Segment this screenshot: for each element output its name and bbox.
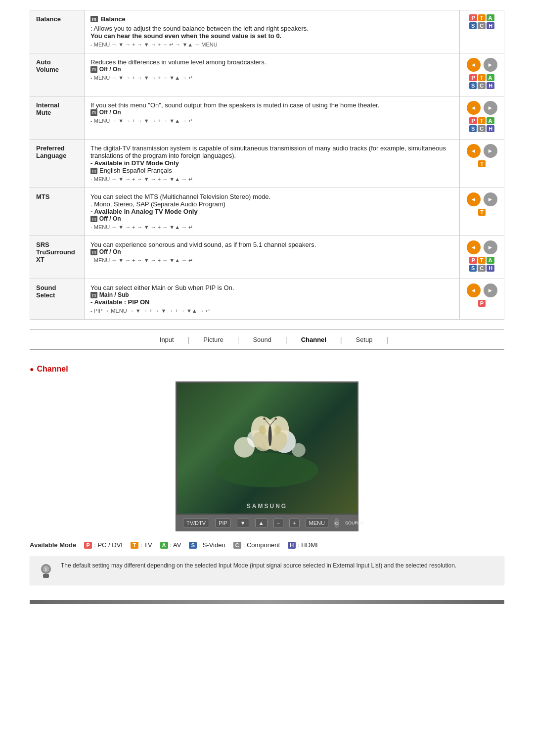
note-svg: i: [37, 562, 55, 580]
srs-menu: - MENU → ▼ → + → ▼ → + → ▼▲ → ↵: [90, 257, 453, 264]
label-preferred-language: PreferredLanguage: [30, 140, 85, 188]
tv-btn-pip[interactable]: PIP: [215, 519, 231, 527]
badge-P: P: [469, 14, 477, 21]
icon-pair-ss: ◄ ►: [466, 283, 498, 298]
badge-P-srs: P: [469, 257, 477, 264]
icon-left-pl: ◄: [467, 144, 481, 158]
icon-pair-mts: ◄ ►: [466, 192, 498, 207]
balance-desc1: : Allows you to adjust the sound balance…: [90, 25, 453, 32]
mode-badge-A: A: [160, 542, 168, 549]
badge-T-mts: T: [478, 209, 486, 216]
label-auto-volume: AutoVolume: [30, 53, 85, 96]
feature-table: Balance m Balance : Allows you to adjust…: [30, 10, 504, 320]
badge-C: C: [478, 22, 486, 29]
mode-desc-S: : S-Video: [199, 541, 225, 549]
pl-langs: m English Español Français: [90, 167, 453, 174]
badge-T-srs: T: [478, 257, 486, 264]
tv-btn-plus[interactable]: +: [289, 519, 299, 527]
mode-item-S: S : S-Video: [189, 541, 225, 549]
badge-A: A: [487, 14, 494, 21]
svg-point-0: [216, 453, 318, 487]
tv-btn-down[interactable]: ▼: [237, 519, 249, 527]
icon-right-srs: ►: [484, 240, 497, 254]
ss-sub: m Main / Sub: [90, 291, 453, 298]
icon-right-ss: ►: [484, 284, 497, 297]
table-row-preferred-language: PreferredLanguage The digital-TV transmi…: [30, 140, 504, 188]
icon-pair-auto-volume: ◄ ►: [466, 57, 498, 72]
note-icon: i: [37, 562, 55, 580]
badge-S-av: S: [469, 82, 477, 89]
tv-btn-minus[interactable]: −: [273, 519, 283, 527]
badge-H-srs: H: [487, 265, 494, 272]
badge-cell-balance: P T A S C H: [460, 10, 504, 53]
icon-left-ss: ◄: [467, 284, 481, 297]
badge-T: T: [478, 14, 486, 21]
badges-internal-mute: P T A S C H: [466, 117, 498, 132]
mts-menu: - MENU → ▼ → + → ▼ → + → ▼▲ → ↵: [90, 224, 453, 231]
badge-cell-mts: ◄ ► T: [460, 188, 504, 236]
tv-container: SAMSUNG TV/DTV PIP ▼ ▲ − + MENU ⊙ SOURCE: [30, 381, 504, 531]
auto-volume-offon: m Off / On: [90, 66, 453, 73]
icon-right-mts: ►: [484, 192, 497, 206]
desc-preferred-language: The digital-TV transmission system is ca…: [85, 140, 460, 188]
badge-cell-internal-mute: ◄ ► P T A S C H: [460, 96, 504, 140]
tv-screen: SAMSUNG: [176, 381, 358, 515]
tv-btn-menu[interactable]: MENU: [306, 519, 328, 527]
tv-btn-up[interactable]: ▲: [255, 519, 267, 527]
mts-main: You can select the MTS (Multichannel Tel…: [90, 193, 453, 208]
mts-bold: - Available in Analog TV Mode Only: [90, 208, 453, 215]
icon-right-im: ►: [484, 101, 497, 115]
mode-label: Available Mode: [30, 541, 76, 549]
badge-H-im: H: [487, 125, 494, 132]
tv-btn-source[interactable]: ⊙: [334, 518, 339, 528]
icon-pair-pl: ◄ ►: [466, 143, 498, 158]
table-row-internal-mute: InternalMute If you set this menu "On", …: [30, 96, 504, 140]
tv-source-label: SOURCE: [345, 520, 364, 525]
internal-mute-offon: m Off / On: [90, 109, 453, 116]
nav-picture[interactable]: Picture: [189, 334, 237, 345]
channel-section: Channel: [30, 365, 504, 585]
table-row-srs: SRSTruSurroundXT You can experience sono…: [30, 236, 504, 279]
badge-cell-pl: ◄ ► T: [460, 140, 504, 188]
label-internal-mute: InternalMute: [30, 96, 85, 140]
mode-desc-A: : AV: [170, 541, 181, 549]
mode-item-H: H : HDMI: [288, 541, 317, 549]
srs-offon: m Off / On: [90, 248, 453, 255]
available-mode: Available Mode P : PC / DVI T : TV A : A…: [30, 541, 504, 549]
badge-T-im: T: [478, 117, 486, 124]
desc-mts: You can select the MTS (Multichannel Tel…: [85, 188, 460, 236]
table-row-sound-select: SoundSelect You can select either Main o…: [30, 279, 504, 320]
table-row-balance: Balance m Balance : Allows you to adjust…: [30, 10, 504, 53]
tv-bezel: TV/DTV PIP ▼ ▲ − + MENU ⊙ SOURCE: [176, 515, 358, 531]
desc-auto-volume: Reduces the differences in volume level …: [85, 53, 460, 96]
pl-menu: - MENU → ▼ → + → ▼ → + → ▼▲ → ↵: [90, 176, 453, 183]
icon-pair-srs: ◄ ►: [466, 240, 498, 255]
auto-volume-menu: - MENU → ▼ → + → ▼ → + → ▼▲ → ↵: [90, 75, 453, 81]
icon-left-srs: ◄: [467, 240, 481, 254]
pl-main: The digital-TV transmission system is ca…: [90, 144, 453, 159]
icon-left-im: ◄: [467, 101, 481, 115]
channel-title-text: Channel: [37, 365, 68, 374]
desc-internal-mute: If you set this menu "On", sound output …: [85, 96, 460, 140]
badge-H-av: H: [487, 82, 494, 89]
mode-item-C: C : Component: [233, 541, 280, 549]
svg-point-9: [268, 425, 271, 446]
note-text: The default setting may different depend…: [61, 562, 456, 580]
badge-C-im: C: [478, 125, 486, 132]
mode-desc-C: : Component: [243, 541, 280, 549]
mode-badge-T: T: [131, 542, 138, 549]
mode-badge-S: S: [189, 542, 197, 549]
nav-input[interactable]: Input: [146, 334, 188, 345]
ss-bold: - Available : PIP ON: [90, 298, 453, 306]
nav-setup[interactable]: Setup: [342, 334, 387, 345]
internal-mute-main: If you set this menu "On", sound output …: [90, 101, 453, 109]
svg-text:i: i: [45, 567, 47, 572]
badge-C-srs: C: [478, 265, 486, 272]
nav-channel[interactable]: Channel: [287, 334, 340, 345]
tv-btn-tvdtv[interactable]: TV/DTV: [183, 519, 209, 527]
label-mts: MTS: [30, 188, 85, 236]
nav-sound[interactable]: Sound: [239, 334, 285, 345]
table-row-mts: MTS You can select the MTS (Multichannel…: [30, 188, 504, 236]
nav-sep-5: |: [387, 336, 389, 344]
badge-cell-ss: ◄ ► P: [460, 279, 504, 320]
